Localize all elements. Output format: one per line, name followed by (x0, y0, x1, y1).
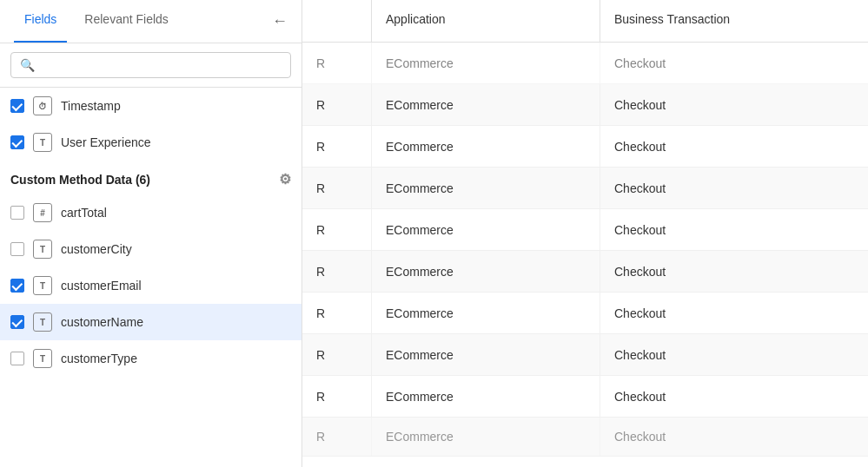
table-row: R ECommerce Checkout (302, 376, 868, 418)
search-input-wrapper: 🔍 (10, 52, 291, 78)
checkbox-timestamp[interactable] (10, 99, 24, 113)
table-cell-ux: R (302, 84, 372, 125)
table-body: R ECommerce Checkout R ECommerce Checkou… (302, 43, 868, 467)
tab-fields[interactable]: Fields (14, 0, 67, 43)
search-bar: 🔍 (0, 43, 301, 88)
table-cell-bt: Checkout (600, 209, 868, 250)
table-cell-ux: R (302, 418, 372, 456)
back-button[interactable]: ← (272, 0, 288, 43)
table-cell-bt: Checkout (600, 418, 868, 456)
text-icon-customeremail: T (33, 276, 52, 295)
gear-icon[interactable]: ⚙ (279, 171, 291, 187)
table-cell-bt: Checkout (600, 43, 868, 83)
checkbox-user-experience[interactable] (10, 135, 24, 149)
checkbox-customername[interactable] (10, 315, 24, 329)
field-item-customername[interactable]: T customerName (0, 304, 301, 340)
table-cell-app: ECommerce (372, 84, 600, 125)
table-cell-app: ECommerce (372, 334, 600, 375)
table-row: R ECommerce Checkout (302, 334, 868, 376)
field-name-customercity: customerCity (61, 242, 132, 256)
search-icon: 🔍 (20, 58, 35, 72)
table-cell-ux: R (302, 376, 372, 417)
table-cell-app: ECommerce (372, 43, 600, 83)
table-cell-app: ECommerce (372, 168, 600, 208)
text-icon-customertype: T (33, 349, 52, 368)
table-cell-bt: Checkout (600, 126, 868, 167)
table-header: Application Business Transaction (302, 0, 868, 43)
table-cell-ux: R (302, 293, 372, 333)
table-cell-app: ECommerce (372, 209, 600, 250)
table-cell-ux: R (302, 251, 372, 292)
search-input[interactable] (42, 58, 282, 72)
table-cell-bt: Checkout (600, 334, 868, 375)
checkbox-customeremail[interactable] (10, 279, 24, 293)
table-cell-app: ECommerce (372, 376, 600, 417)
table-row: R ECommerce Checkout (302, 251, 868, 293)
table-row: R ECommerce Checkout (302, 126, 868, 168)
table-cell-app: ECommerce (372, 418, 600, 456)
col-header-ux (302, 0, 372, 42)
text-icon-customercity: T (33, 240, 52, 259)
col-header-business-transaction: Business Transaction (600, 0, 868, 42)
hash-icon-carttotal: # (33, 203, 52, 222)
col-header-application: Application (372, 0, 600, 42)
text-icon-customername: T (33, 312, 52, 332)
left-panel: Fields Relevant Fields ← 🔍 ⏱ Timestamp T… (0, 0, 302, 467)
table-cell-ux: R (302, 126, 372, 167)
table-row: R ECommerce Checkout (302, 293, 868, 334)
field-name-timestamp: Timestamp (61, 99, 121, 113)
table-cell-ux: R (302, 209, 372, 250)
table-cell-ux: R (302, 334, 372, 375)
table-row: R ECommerce Checkout (302, 84, 868, 126)
field-item-timestamp[interactable]: ⏱ Timestamp (0, 88, 301, 124)
fields-list: ⏱ Timestamp T User Experience Custom Met… (0, 88, 301, 467)
field-name-carttotal: cartTotal (61, 206, 107, 220)
field-name-user-experience: User Experience (61, 135, 151, 149)
field-item-customertype[interactable]: T customerType (0, 340, 301, 377)
table-row: R ECommerce Checkout (302, 209, 868, 251)
text-icon-user-experience: T (33, 133, 52, 152)
table-cell-app: ECommerce (372, 293, 600, 333)
right-panel: Application Business Transaction R EComm… (302, 0, 868, 467)
table-cell-bt: Checkout (600, 168, 868, 208)
checkbox-customercity[interactable] (10, 242, 24, 256)
table-row: R ECommerce Checkout (302, 418, 868, 457)
table-cell-bt: Checkout (600, 84, 868, 125)
field-item-user-experience[interactable]: T User Experience (0, 124, 301, 161)
table-cell-app: ECommerce (372, 126, 600, 167)
table-cell-bt: Checkout (600, 251, 868, 292)
clock-icon: ⏱ (33, 96, 52, 115)
field-item-customeremail[interactable]: T customerEmail (0, 267, 301, 304)
table-cell-bt: Checkout (600, 376, 868, 417)
checkbox-carttotal[interactable] (10, 206, 24, 220)
field-name-customeremail: customerEmail (61, 279, 142, 293)
table-cell-ux: R (302, 43, 372, 83)
custom-section-header: Custom Method Data (6) ⚙ (0, 161, 301, 194)
field-item-customercity[interactable]: T customerCity (0, 231, 301, 267)
table-cell-app: ECommerce (372, 251, 600, 292)
table-cell-ux: R (302, 168, 372, 208)
table-row: R ECommerce Checkout (302, 43, 868, 84)
tabs-bar: Fields Relevant Fields ← (0, 0, 301, 43)
field-name-customertype: customerType (61, 352, 137, 365)
field-item-carttotal[interactable]: # cartTotal (0, 194, 301, 231)
table-cell-bt: Checkout (600, 293, 868, 333)
field-name-customername: customerName (61, 315, 143, 329)
table-row: R ECommerce Checkout (302, 168, 868, 209)
tab-relevant-fields[interactable]: Relevant Fields (74, 0, 179, 43)
checkbox-customertype[interactable] (10, 352, 24, 365)
